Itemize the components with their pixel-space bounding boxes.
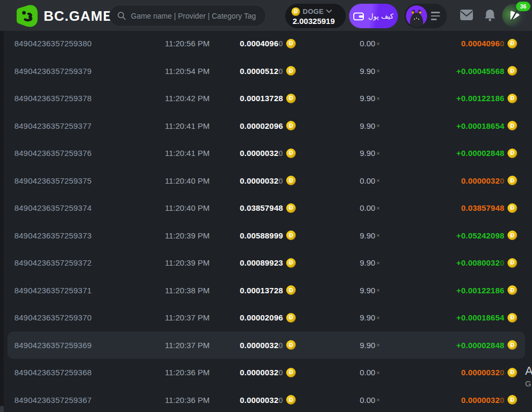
doge-coin-icon: Đ [508,258,517,268]
currency-selector[interactable]: Đ DOGE 2.00325919 [285,4,346,28]
wallet-icon [353,12,364,21]
table-row[interactable]: 84904236357259371 11:20:38 PM 0.00013728… [4,277,532,304]
doge-coin-icon: Đ [286,39,296,48]
doge-coin-icon: Đ [508,285,517,295]
bet-amount: 0.03857948 Đ [185,194,296,222]
search-input[interactable]: Game name | Provider | Category Tag [109,5,266,27]
doge-coin-icon: Đ [508,149,517,158]
doge-coin-icon: Đ [508,340,517,350]
doge-coin-icon: Đ [508,203,517,213]
bet-id: 84904236357259371 [14,277,158,304]
bet-id: 84904236357259373 [14,222,158,250]
doge-coin-icon: Đ [286,149,296,158]
doge-coin-icon: Đ [508,94,517,103]
bet-amount: 0.00002096 Đ [185,112,296,140]
bet-id: 84904236357259377 [14,112,158,140]
doge-coin-icon: Đ [286,395,296,405]
bet-payout: 0.00000320 Đ [376,359,517,386]
table-row[interactable]: 84904236357259368 11:20:36 PM 0.00000320… [4,359,532,386]
bet-id: 84904236357259367 [14,386,158,412]
doge-coin-icon: Đ [286,258,296,268]
bet-id: 84904236357259368 [14,359,158,386]
doge-coin-icon: Đ [508,395,517,405]
bet-payout: 0.00000320 Đ [376,386,517,412]
bet-payout: +0.00002848 Đ [376,139,517,167]
doge-coin-icon: Đ [508,39,517,48]
doge-coin-icon: Đ [508,313,517,323]
table-row[interactable]: 84904236357259372 11:20:39 PM 0.00089923… [4,249,532,277]
bets-table: 84904236357259380 11:20:56 PM 0.00040960… [4,30,532,412]
bet-id: 84904236357259376 [14,139,158,167]
chat-button[interactable]: 36 [502,4,526,27]
doge-coin-icon: Đ [286,176,296,185]
doge-coin-icon: Đ [286,340,296,350]
bet-amount: 0.00000320 Đ [185,139,296,167]
doge-coin-icon: Đ [286,230,296,240]
doge-coin-icon: Đ [286,66,296,76]
scrollbar-thumb[interactable] [0,406,4,412]
bet-amount: 0.00013728 Đ [185,277,296,304]
bet-id: 84904236357259375 [14,167,158,195]
bet-amount: 0.00005120 Đ [185,57,296,85]
doge-coin-icon: Đ [286,121,296,130]
sidebar-edge [0,31,4,412]
bet-id: 84904236357259380 [14,30,158,57]
table-row[interactable]: 84904236357259379 11:20:54 PM 0.00005120… [4,57,532,85]
bet-id: 84904236357259369 [14,332,158,359]
doge-coin-icon: Đ [286,94,296,103]
table-row[interactable]: 84904236357259377 11:20:41 PM 0.00002096… [4,112,532,140]
chevron-down-icon [326,10,332,13]
currency-code: DOGE [303,7,323,15]
brand-title: BC.GAME [44,8,113,24]
bet-payout: +0.00002848 Đ [376,332,517,359]
bet-amount: 0.00588999 Đ [185,222,296,250]
doge-coin-icon: Đ [508,121,517,130]
brand-logo[interactable]: BC.GAME [16,5,113,27]
table-row[interactable]: 84904236357259380 11:20:56 PM 0.00040960… [4,30,532,57]
table-row[interactable]: 84904236357259369 11:20:37 PM 0.00000320… [4,332,532,359]
doge-coin-icon: Đ [286,203,296,213]
doge-coin-icon: Đ [286,285,296,295]
doge-coin-icon: Đ [292,7,300,16]
wallet-button[interactable]: كيف پول [349,4,398,28]
bet-amount: 0.00002096 Đ [185,304,296,332]
bet-payout: +0.00122186 Đ [376,85,517,112]
bet-id: 84904236357259378 [14,85,158,112]
doge-coin-icon: Đ [508,176,517,185]
bet-amount: 0.00000320 Đ [185,359,296,386]
bet-payout: +0.00018654 Đ [376,112,517,140]
bet-amount: 0.00000320 Đ [185,332,296,359]
table-row[interactable]: 84904236357259376 11:20:41 PM 0.00000320… [4,139,532,167]
bet-payout: +0.00122186 Đ [376,277,517,304]
search-placeholder: Game name | Provider | Category Tag [131,12,256,20]
top-header: BC.GAME Game name | Provider | Category … [0,0,532,31]
bet-id: 84904236357259370 [14,304,158,332]
clipped-overlay-text-2: G [525,379,531,388]
mail-icon[interactable] [460,9,473,21]
search-icon [117,11,126,20]
bet-amount: 0.00000320 Đ [185,386,296,412]
bet-payout: +0.00045568 Đ [376,57,517,85]
bet-payout: +0.00800320 Đ [376,249,517,277]
doge-coin-icon: Đ [286,313,296,323]
currency-balance: 2.00325919 [292,17,340,26]
chat-count-badge: 36 [516,2,530,11]
bet-id: 84904236357259372 [14,249,158,277]
bet-amount: 0.00000320 Đ [185,167,296,195]
avatar[interactable] [406,5,427,27]
table-row[interactable]: 84904236357259374 11:20:40 PM 0.03857948… [4,194,532,222]
table-row[interactable]: 84904236357259373 11:20:39 PM 0.00588999… [4,222,532,250]
table-row[interactable]: 84904236357259367 11:20:36 PM 0.00000320… [4,386,532,412]
table-row[interactable]: 84904236357259370 11:20:37 PM 0.00002096… [4,304,532,332]
bet-payout: 0.00000320 Đ [376,167,517,195]
table-row[interactable]: 84904236357259378 11:20:42 PM 0.00013728… [4,85,532,112]
clipped-overlay-text-1: A [525,364,532,378]
wallet-button-label: كيف پول [368,12,393,20]
bell-icon[interactable] [484,9,496,22]
bet-id: 84904236357259379 [14,57,158,85]
doge-coin-icon: Đ [508,66,517,76]
bet-payout: 0.03857948 Đ [376,194,517,222]
table-row[interactable]: 84904236357259375 11:20:40 PM 0.00000320… [4,167,532,195]
user-menu[interactable] [404,4,447,28]
bcgame-logo-icon [16,5,38,27]
